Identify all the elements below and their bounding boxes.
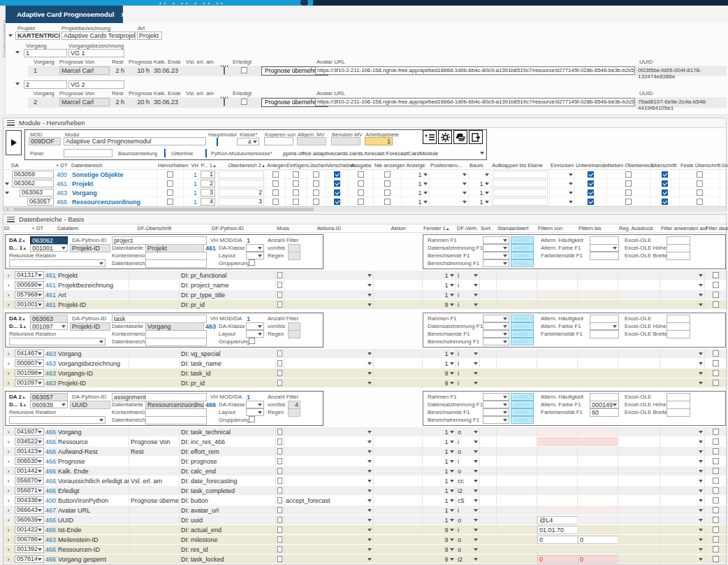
filtern-bis-cell[interactable] [578,369,618,378]
feste-ueberschrift-checkbox[interactable] [697,189,703,196]
filter-anwenden-dropdown[interactable] [662,460,703,463]
settings-button[interactable] [438,130,452,144]
neben-oberbereich-checkbox[interactable] [625,180,632,187]
filter-deak-checkbox[interactable] [713,458,719,464]
standardwert-cell[interactable] [497,290,537,299]
filtern-bis-cell[interactable]: 0 [578,555,618,564]
di-id-input[interactable]: 000690 [15,281,44,289]
anlegen-checkbox[interactable] [272,189,279,196]
hdr-di[interactable]: DI [3,225,13,231]
filter-anwenden-dropdown[interactable] [662,558,703,561]
altern-farbe-dropdown[interactable] [590,244,619,252]
hdr-p[interactable]: P... 1▲ [199,162,217,169]
aktions-id-dropdown[interactable]: accept_forecast [286,496,372,505]
filter-anwenden-dropdown[interactable] [662,489,703,492]
df-ueberschrift[interactable] [129,515,180,524]
einruecken-dropdown[interactable] [551,173,573,176]
bereichsende-dropdown[interactable] [483,330,509,338]
filter-anwenden-dropdown[interactable] [662,529,703,531]
df-verh-dropdown[interactable]: i [458,291,478,299]
erledigt-checkbox[interactable] [241,99,247,105]
rahmen-dropdown[interactable] [483,315,509,322]
row-expander[interactable]: › [3,545,13,554]
fenster-dropdown[interactable]: 1 [424,350,454,358]
datensatztrennung-dropdown[interactable] [483,401,509,408]
df-verh-dropdown[interactable]: i [458,457,478,466]
df-ueberschrift[interactable] [129,378,180,387]
filter-anwenden-dropdown[interactable] [662,548,703,551]
sort-cell[interactable] [480,271,497,280]
filtern-bis-cell[interactable] [578,427,618,436]
filtern-von-cell[interactable] [537,506,578,515]
hdr-plus-dt[interactable]: + DT [13,225,44,231]
filter-deak-checkbox[interactable] [713,497,719,503]
nie-anzeigen-checkbox[interactable] [384,171,391,178]
datensatztrennung-color-field[interactable]: AABBCC [511,322,534,330]
row-expander[interactable]: › [3,290,13,299]
di-id-input[interactable]: 001097 [15,379,44,387]
muss-checkbox[interactable] [277,536,282,543]
row-expander[interactable]: › [3,515,13,524]
standardwert-cell[interactable] [497,535,537,544]
muss-checkbox[interactable] [277,272,282,278]
bereichstrennung-color-field[interactable]: AABBCC [511,259,534,267]
modul-field[interactable]: Adaptive Card Prognosemodul [64,137,206,145]
fenster-dropdown[interactable]: 9 [424,555,454,564]
hdr-einfuegen[interactable]: Einfügen [286,162,307,169]
filter-deak-checkbox[interactable] [713,487,719,494]
project-id-input[interactable]: KARTENTRICKS [15,31,60,40]
reg-ausdruck-cell[interactable] [618,466,660,475]
fenster-dropdown[interactable]: 1 [424,438,454,446]
arbeitsgebiete-field[interactable]: 1 [365,137,393,145]
df-ueberschrift[interactable] [129,466,180,475]
row-expander[interactable]: › [3,496,13,505]
hdr-filter-anwenden[interactable]: Filter anwenden auf [660,225,705,231]
standardwert-cell[interactable] [497,515,537,524]
fenster-dropdown[interactable]: 1 [424,448,454,456]
filter-deak-checkbox[interactable] [713,507,719,513]
standardwert-cell[interactable] [497,271,537,280]
anlegen-checkbox[interactable] [272,199,279,205]
datenbereich-link[interactable]: Ressourcenzuordnung [71,197,157,206]
hdr-sort[interactable]: Sort. [480,225,497,231]
hdr-df-ueberschrift[interactable]: DF-Überschrift [129,225,180,231]
filtern-bis-cell[interactable] [578,545,618,554]
aktions-id-dropdown[interactable] [286,284,372,287]
hervorheben-checkbox[interactable] [167,171,173,178]
df-ueberschrift[interactable] [129,457,180,466]
hdr-datenbereich[interactable]: Datenbereich [71,162,157,169]
aktions-id-dropdown[interactable] [286,274,372,277]
hdr-positionierung[interactable]: Positionieru... [430,162,469,169]
bereichsende-dropdown[interactable] [483,252,509,259]
sort-cell[interactable] [480,447,497,456]
module-panel-header[interactable]: Module - Hervorheben [3,118,726,128]
hauptmodul-checkbox[interactable] [217,138,218,146]
macro-list-button[interactable] [423,130,437,144]
standardwert-cell[interactable] [497,378,537,387]
oberbereich-input[interactable] [219,171,264,178]
df-verh-dropdown[interactable]: o [458,448,478,456]
da-klasse-dropdown[interactable] [246,322,264,330]
feste-ueberschrift-checkbox[interactable] [697,180,703,187]
filter-deak-checkbox[interactable] [713,380,719,386]
di-name-field[interactable]: Projekt-ID [70,244,110,252]
positionierung-dropdown[interactable] [431,192,467,194]
aktions-id-dropdown[interactable] [286,303,372,306]
reg-ausdruck-cell[interactable] [618,349,660,358]
rahmen-dropdown[interactable] [483,393,509,401]
muss-checkbox[interactable] [277,478,282,484]
standardwert-cell[interactable] [497,280,537,289]
reg-ausdruck-cell[interactable] [618,359,660,368]
panel-menu-icon[interactable] [7,217,15,222]
panel-menu-icon[interactable] [7,120,15,126]
di-id-input[interactable]: 056870 [15,477,44,485]
df-ueberschrift[interactable] [129,427,180,436]
neben-oberbereich-checkbox[interactable] [625,189,632,196]
datenbereich-field[interactable] [145,338,207,346]
aktions-id-dropdown[interactable] [286,460,372,463]
rahmen-color-field[interactable]: AABBCC [511,315,534,322]
filtern-von-cell[interactable] [537,457,578,466]
row-expander[interactable]: › [3,476,13,485]
ueberschrift-checkbox[interactable] [662,189,668,196]
anzeige-dropdown[interactable]: 1 [403,171,428,179]
